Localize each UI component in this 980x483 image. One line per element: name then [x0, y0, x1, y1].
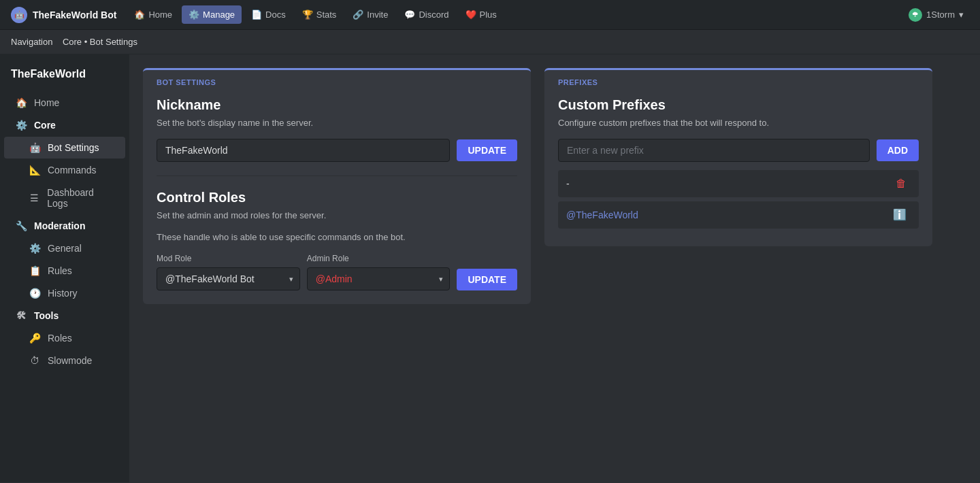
stats-icon: 🏆 — [302, 10, 313, 20]
sidebar-item-general-label: General — [48, 243, 82, 254]
admin-role-label: Admin Role — [307, 254, 451, 263]
avatar: 🌩 — [909, 8, 922, 22]
prefixes-card-body: Custom Prefixes Configure custom prefixe… — [544, 86, 932, 246]
bot-settings-card-body: Nickname Set the bot's display name in t… — [143, 86, 531, 304]
mod-role-select[interactable]: @TheFakeWorld Bot — [157, 267, 300, 290]
general-icon: ⚙️ — [29, 243, 41, 254]
sidebar-item-tools-label: Tools — [34, 310, 59, 321]
section-divider — [157, 176, 517, 176]
sidebar-item-core[interactable]: ⚙️ Core — [4, 114, 125, 136]
nickname-update-button[interactable]: UPDATE — [457, 139, 517, 161]
prefix-add-button[interactable]: ADD — [877, 139, 919, 161]
sidebar-item-core-label: Core — [34, 120, 56, 131]
nav-label: Navigation — [11, 37, 52, 47]
nav-discord-label: Discord — [419, 10, 448, 20]
discord-icon: 💬 — [404, 10, 415, 20]
sidebar-item-moderation-label: Moderation — [34, 220, 85, 231]
chevron-down-icon: ▾ — [959, 10, 964, 20]
user-menu[interactable]: 🌩 1Storm ▾ — [903, 5, 969, 24]
prefix-text-mention: @TheFakeWorld — [566, 210, 638, 220]
prefix-delete-button[interactable]: 🗑 — [892, 177, 911, 190]
history-icon: 🕐 — [29, 288, 41, 299]
admin-role-select[interactable]: @Admin — [307, 267, 451, 290]
sidebar-item-bot-settings-label: Bot Settings — [48, 142, 99, 153]
nickname-input[interactable] — [157, 139, 450, 162]
prefixes-card-label: Prefixes — [544, 70, 932, 86]
left-panel: Bot Settings Nickname Set the bot's disp… — [143, 68, 531, 469]
sidebar-item-general[interactable]: ⚙️ General — [4, 237, 125, 259]
mod-role-label: Mod Role — [157, 254, 300, 263]
mod-role-select-wrapper: @TheFakeWorld Bot ▾ — [157, 267, 300, 290]
sidebar-item-tools[interactable]: 🛠 Tools — [4, 305, 125, 327]
list-item: - 🗑 — [558, 170, 919, 197]
bot-settings-card: Bot Settings Nickname Set the bot's disp… — [143, 68, 531, 304]
sidebar-item-bot-settings[interactable]: 🤖 Bot Settings — [4, 137, 125, 159]
sidebar-item-roles[interactable]: 🔑 Roles — [4, 327, 125, 349]
sidebar-item-slowmode[interactable]: ⏱ Slowmode — [4, 350, 125, 371]
nav-discord[interactable]: 💬 Discord — [397, 5, 455, 24]
prefix-list: - 🗑 @TheFakeWorld ℹ️ — [558, 170, 919, 229]
nav-stats-label: Stats — [316, 10, 337, 20]
sidebar-item-commands-label: Commands — [48, 165, 97, 176]
sidebar-item-home[interactable]: 🏠 Home — [4, 92, 125, 114]
commands-icon: 📐 — [29, 165, 41, 176]
manage-icon: ⚙️ — [189, 10, 199, 20]
nav-home[interactable]: 🏠 Home — [127, 5, 179, 24]
dashboard-logs-icon: ☰ — [29, 193, 40, 203]
control-roles-update-button[interactable]: UPDATE — [457, 269, 517, 290]
nav-stats[interactable]: 🏆 Stats — [295, 5, 344, 24]
right-panel: Prefixes Custom Prefixes Configure custo… — [544, 68, 932, 469]
admin-role-select-wrapper: @Admin ▾ — [307, 267, 451, 290]
brand[interactable]: 🤖 TheFakeWorld Bot — [11, 7, 116, 23]
list-item: @TheFakeWorld ℹ️ — [558, 201, 919, 229]
sidebar-item-dashboard-logs-label: Dashboard Logs — [47, 187, 114, 209]
nav-invite-label: Invite — [367, 10, 388, 20]
nav-manage-label: Manage — [203, 10, 235, 20]
nickname-desc: Set the bot's display name in the server… — [157, 117, 517, 129]
admin-role-group: Admin Role @Admin ▾ — [307, 254, 451, 290]
sidebar-item-rules[interactable]: 📋 Rules — [4, 260, 125, 282]
layout: TheFakeWorld 🏠 Home ⚙️ Core 🤖 Bot Settin… — [0, 54, 980, 482]
nav-manage[interactable]: ⚙️ Manage — [182, 5, 242, 24]
sidebar-item-commands[interactable]: 📐 Commands — [4, 159, 125, 181]
sidebar-item-history-label: History — [48, 288, 78, 299]
sidebar-item-home-label: Home — [34, 97, 59, 108]
bot-settings-icon: 🤖 — [29, 142, 41, 153]
nav-invite[interactable]: 🔗 Invite — [346, 5, 395, 24]
prefixes-card: Prefixes Custom Prefixes Configure custo… — [544, 68, 932, 246]
sidebar: TheFakeWorld 🏠 Home ⚙️ Core 🤖 Bot Settin… — [0, 54, 129, 482]
prefixes-desc: Configure custom prefixes that the bot w… — [558, 117, 919, 129]
top-nav-right: 🌩 1Storm ▾ — [903, 5, 969, 24]
mod-role-group: Mod Role @TheFakeWorld Bot ▾ — [157, 254, 300, 290]
moderation-icon: 🔧 — [15, 220, 27, 231]
prefix-info-button[interactable]: ℹ️ — [889, 208, 911, 222]
prefix-input[interactable] — [558, 139, 870, 162]
sidebar-item-roles-label: Roles — [48, 333, 72, 344]
home-icon: 🏠 — [134, 10, 145, 20]
roles-icon: 🔑 — [29, 333, 41, 344]
nav-docs[interactable]: 📄 Docs — [244, 5, 293, 24]
nav-home-label: Home — [148, 10, 172, 20]
sidebar-item-rules-label: Rules — [48, 265, 72, 276]
sidebar-item-moderation[interactable]: 🔧 Moderation — [4, 215, 125, 237]
nickname-title: Nickname — [157, 97, 517, 113]
prefixes-title: Custom Prefixes — [558, 97, 919, 113]
username: 1Storm — [926, 10, 955, 20]
nav-plus[interactable]: ❤️ Plus — [459, 5, 504, 24]
invite-icon: 🔗 — [353, 10, 363, 20]
home-icon: 🏠 — [15, 97, 27, 108]
brand-icon: 🤖 — [11, 7, 27, 23]
nickname-input-row: UPDATE — [157, 139, 517, 162]
bot-settings-card-label: Bot Settings — [143, 70, 531, 86]
plus-icon: ❤️ — [466, 10, 476, 20]
sidebar-item-history[interactable]: 🕐 History — [4, 282, 125, 304]
sidebar-item-dashboard-logs[interactable]: ☰ Dashboard Logs — [4, 182, 125, 214]
top-navigation: 🤖 TheFakeWorld Bot 🏠 Home ⚙️ Manage 📄 Do… — [0, 0, 980, 30]
main-content: Bot Settings Nickname Set the bot's disp… — [129, 54, 980, 482]
server-name: TheFakeWorld — [0, 63, 129, 91]
docs-icon: 📄 — [251, 10, 262, 20]
breadcrumb-text: Core • Bot Settings — [63, 37, 137, 47]
control-roles-title: Control Roles — [157, 190, 517, 205]
core-icon: ⚙️ — [15, 120, 27, 131]
prefix-text-dash: - — [566, 178, 570, 189]
